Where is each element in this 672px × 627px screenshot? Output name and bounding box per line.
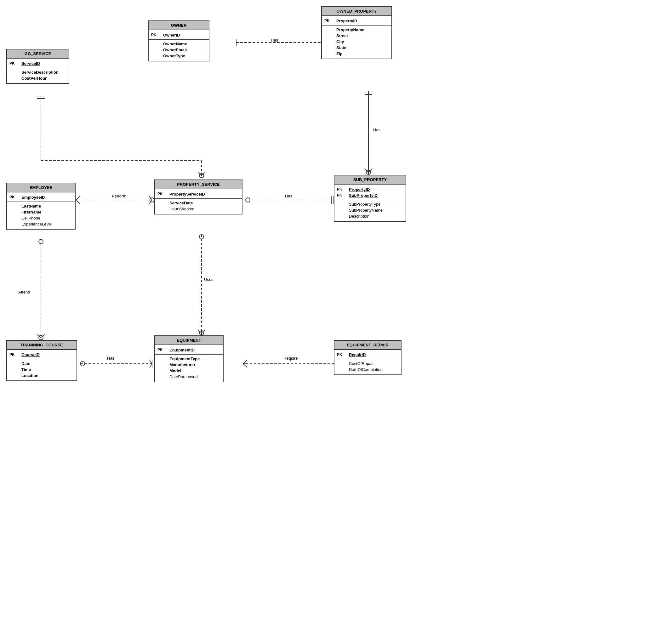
table-header-property-service: PROPERTY_SERVICE	[155, 180, 242, 189]
field-time: Time	[21, 367, 74, 372]
svg-point-42	[199, 331, 204, 335]
er-diagram-svg	[0, 0, 672, 627]
field-employee-id: EmployeeID	[21, 195, 72, 200]
label-require: Require	[283, 356, 298, 361]
field-sub-property-id1: PropertyID	[349, 187, 403, 192]
label-uses: Uses	[204, 277, 214, 282]
field-cell-phone: CellPhone	[21, 216, 72, 220]
label-has-owner-property: Has	[271, 38, 278, 43]
table-owner: OWNER PK OwnerID OwnerName OwnerEmail Ow…	[148, 21, 210, 62]
svg-point-46	[199, 235, 204, 239]
svg-line-44	[201, 330, 205, 333]
field-sub-property-type: SubPropertyType	[349, 202, 403, 207]
field-first-name: FirstName	[21, 210, 72, 214]
field-owner-type: OwnerType	[163, 53, 206, 58]
field-repair-id: RepairID	[349, 353, 398, 357]
table-property-service: PROPERTY_SERVICE PK PropertyServiceID Se…	[154, 179, 242, 214]
field-street: Street	[336, 33, 389, 38]
svg-point-10	[366, 170, 370, 174]
label-has-tc-eq: Has	[107, 356, 114, 361]
svg-line-24	[76, 196, 80, 200]
svg-line-12	[368, 168, 372, 172]
label-has-ps-sub: Has	[285, 194, 292, 198]
field-cost-per-hour: CostPerHour	[21, 76, 66, 81]
table-gg-service: GG_SERVICE PK ServiceID ServiceDescripti…	[6, 49, 69, 84]
field-property-name: PropertyName	[336, 27, 389, 32]
field-experience-level: ExperienceLevel	[21, 222, 72, 226]
field-owner-id: OwnerID	[163, 33, 206, 38]
field-date-of-completion: DateOfCompletion	[349, 367, 398, 372]
svg-point-48	[80, 362, 85, 366]
table-sub-property: SUB_PROPERTY PK PropertyID PK SubPropert…	[334, 175, 406, 222]
field-service-date: ServiceDate	[169, 200, 239, 205]
field-sub-property-name: SubPropertyName	[349, 208, 403, 213]
field-hours-worked: HoursWorked	[169, 207, 239, 211]
table-header-employee: EMPLOYEE	[7, 183, 75, 192]
svg-line-51	[150, 360, 152, 364]
field-city: City	[336, 39, 389, 44]
svg-line-54	[243, 360, 247, 364]
field-last-name: LastName	[21, 204, 72, 209]
field-sub-property-id2: SubPropertyID	[349, 193, 403, 198]
svg-line-38	[41, 334, 45, 338]
table-header-training-course: TRANINING_COURSE	[7, 341, 76, 350]
field-date: Date	[21, 361, 74, 366]
field-property-id-owned: PropertyID	[336, 19, 389, 23]
svg-point-40	[39, 239, 43, 244]
table-header-equipment-repair: EQUIPMENT_REPAIR	[334, 341, 401, 350]
label-perform: Perform	[112, 194, 126, 198]
svg-line-20	[198, 173, 201, 176]
table-header-owned-property: OWNED_PROPERTY	[322, 7, 391, 16]
field-location: Location	[21, 373, 74, 378]
svg-line-11	[365, 168, 368, 172]
field-service-desc: ServiceDescription	[21, 70, 66, 75]
field-owner-email: OwnerEmail	[163, 48, 206, 52]
svg-line-21	[201, 173, 205, 176]
field-date-purchased: DatePurchased	[169, 375, 220, 379]
field-course-id: CourseID	[21, 353, 74, 357]
svg-line-25	[76, 200, 80, 204]
table-header-equipment: EQUIPMENT	[155, 336, 223, 345]
table-owned-property: OWNED_PROPERTY PK PropertyID PropertyNam…	[321, 6, 392, 59]
label-has-property-sub: Has	[373, 127, 380, 132]
svg-line-55	[243, 364, 247, 367]
svg-point-27	[150, 198, 154, 202]
table-employee: EMPLOYEE PK EmployeeID LastName FirstNam…	[6, 183, 76, 230]
svg-line-52	[150, 364, 152, 367]
svg-line-43	[198, 330, 201, 333]
svg-line-29	[149, 200, 152, 204]
field-equipment-type: EquipmentType	[169, 357, 220, 361]
pk-label-service-id: PK	[9, 61, 19, 66]
label-attend: Attend	[18, 290, 30, 294]
field-description: Description	[349, 214, 403, 219]
svg-line-28	[149, 196, 152, 200]
table-header-sub-property: SUB_PROPERTY	[334, 175, 406, 185]
field-model: Model	[169, 368, 220, 373]
svg-point-36	[39, 335, 43, 340]
table-equipment-repair: EQUIPMENT_REPAIR PK RepairID CostOfRepai…	[334, 340, 402, 375]
table-training-course: TRANINING_COURSE PK CourseID Date Time L…	[6, 340, 77, 381]
field-manufacturer: Manufacturer	[169, 362, 220, 367]
table-header-gg-service: GG_SERVICE	[7, 49, 69, 58]
field-equipment-id: EquipmentID	[169, 348, 220, 353]
table-header-owner: OWNER	[149, 21, 209, 30]
field-service-id: ServiceID	[21, 61, 66, 66]
svg-point-19	[199, 173, 204, 178]
field-property-service-id: PropertyServiceID	[169, 192, 239, 196]
svg-line-37	[37, 334, 41, 338]
field-cost-of-repair: CostOfRepair	[349, 361, 398, 366]
table-equipment: EQUIPMENT PK EquipmentID EquipmentType M…	[154, 335, 223, 382]
field-state: State	[336, 45, 389, 50]
svg-point-32	[246, 198, 250, 202]
field-owner-name: OwnerName	[163, 42, 206, 46]
field-zip: Zip	[336, 51, 389, 56]
